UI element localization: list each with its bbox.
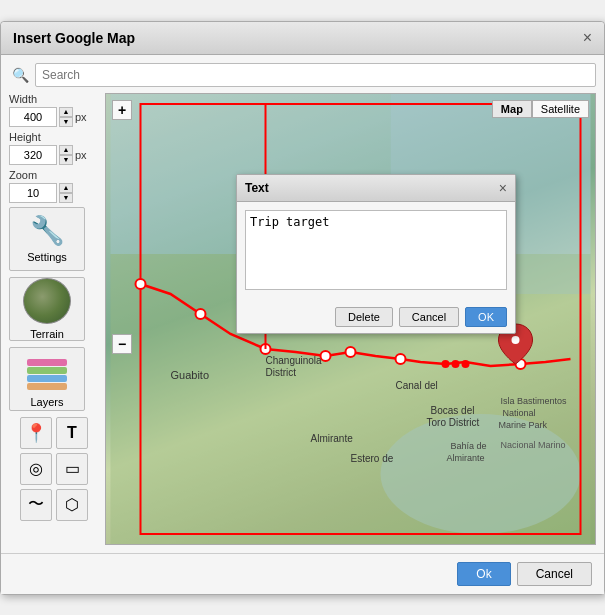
settings-icon: 🔧 <box>30 214 65 247</box>
svg-point-5 <box>136 279 146 289</box>
svg-text:District: District <box>266 367 297 378</box>
svg-text:Bahía de: Bahía de <box>451 441 487 451</box>
map-background: Guabito Changuinola District Canal del B… <box>106 94 595 544</box>
ok-button[interactable]: Ok <box>457 562 510 586</box>
text-popup-body: Trip target <box>237 202 515 301</box>
pin-tool-button[interactable]: 📍 <box>20 417 52 449</box>
text-popup-textarea[interactable]: Trip target <box>245 210 507 290</box>
text-popup-title: Text <box>245 181 269 195</box>
map-type-map-button[interactable]: Map <box>492 100 532 118</box>
width-up-button[interactable]: ▲ <box>59 107 73 117</box>
zoom-input[interactable] <box>9 183 57 203</box>
line-tool-button[interactable]: 〜 <box>20 489 52 521</box>
svg-text:Canal del: Canal del <box>396 380 438 391</box>
dialog-titlebar: Insert Google Map × <box>1 22 604 55</box>
dialog-body: 🔍 Width ▲ ▼ px <box>1 55 604 553</box>
svg-text:Marine Park: Marine Park <box>499 420 548 430</box>
zoom-group: Zoom ▲ ▼ <box>9 169 99 203</box>
text-popup-titlebar: Text × <box>237 175 515 202</box>
height-up-button[interactable]: ▲ <box>59 145 73 155</box>
settings-button[interactable]: 🔧 Settings <box>9 207 85 271</box>
svg-point-10 <box>396 354 406 364</box>
svg-text:Toro District: Toro District <box>427 417 480 428</box>
width-label: Width <box>9 93 99 105</box>
width-group: Width ▲ ▼ px <box>9 93 99 127</box>
settings-label: Settings <box>27 251 67 263</box>
layers-button[interactable]: Layers <box>9 347 85 411</box>
map-zoom-in-button[interactable]: + <box>112 100 132 120</box>
text-cancel-button[interactable]: Cancel <box>399 307 459 327</box>
width-down-button[interactable]: ▼ <box>59 117 73 127</box>
terrain-label: Terrain <box>30 328 64 340</box>
terrain-icon <box>23 278 71 324</box>
text-popup: Text × Trip target Delete Cancel OK <box>236 174 516 334</box>
height-group: Height ▲ ▼ px <box>9 131 99 165</box>
width-input-row: ▲ ▼ px <box>9 107 99 127</box>
svg-point-7 <box>261 344 271 354</box>
map-type-satellite-button[interactable]: Satellite <box>532 100 589 118</box>
svg-text:National: National <box>503 408 536 418</box>
main-content: Width ▲ ▼ px Height <box>9 93 596 545</box>
svg-point-13 <box>462 360 470 368</box>
terrain-button[interactable]: Terrain <box>9 277 85 341</box>
svg-text:Isla Bastimentos: Isla Bastimentos <box>501 396 568 406</box>
search-input[interactable] <box>35 63 596 87</box>
height-input[interactable] <box>9 145 57 165</box>
zoom-down-button[interactable]: ▼ <box>59 193 73 203</box>
svg-point-6 <box>196 309 206 319</box>
width-unit: px <box>75 111 87 123</box>
zoom-input-row: ▲ ▼ <box>9 183 99 203</box>
width-input[interactable] <box>9 107 57 127</box>
text-delete-button[interactable]: Delete <box>335 307 393 327</box>
layers-label: Layers <box>30 396 63 408</box>
map-type-controls: Map Satellite <box>492 100 589 118</box>
svg-point-8 <box>321 351 331 361</box>
dialog-close-button[interactable]: × <box>583 30 592 46</box>
icon-tools-row: 📍 T ◎ ▭ 〜 ⬡ <box>9 417 99 521</box>
text-popup-footer: Delete Cancel OK <box>237 301 515 333</box>
svg-point-16 <box>506 347 526 357</box>
height-down-button[interactable]: ▼ <box>59 155 73 165</box>
svg-point-2 <box>381 414 581 534</box>
height-input-row: ▲ ▼ px <box>9 145 99 165</box>
layers-icon <box>23 350 71 392</box>
svg-text:Nacional Marino: Nacional Marino <box>501 440 566 450</box>
height-spinner: ▲ ▼ <box>59 145 73 165</box>
svg-point-12 <box>452 360 460 368</box>
svg-point-17 <box>512 336 520 344</box>
search-icon[interactable]: 🔍 <box>9 64 31 86</box>
svg-text:Bocas del: Bocas del <box>431 405 475 416</box>
text-popup-close-button[interactable]: × <box>499 180 507 196</box>
height-unit: px <box>75 149 87 161</box>
svg-point-11 <box>442 360 450 368</box>
rect-tool-button[interactable]: ▭ <box>56 453 88 485</box>
zoom-spinner: ▲ ▼ <box>59 183 73 203</box>
text-ok-button[interactable]: OK <box>465 307 507 327</box>
circle-tool-button[interactable]: ◎ <box>20 453 52 485</box>
map-zoom-out-button[interactable]: − <box>112 334 132 354</box>
svg-point-9 <box>346 347 356 357</box>
svg-text:Almirante: Almirante <box>311 433 354 444</box>
search-row: 🔍 <box>9 63 596 87</box>
zoom-up-button[interactable]: ▲ <box>59 183 73 193</box>
dialog-footer: Ok Cancel <box>1 553 604 594</box>
polygon-tool-button[interactable]: ⬡ <box>56 489 88 521</box>
text-tool-button[interactable]: T <box>56 417 88 449</box>
map-area: Guabito Changuinola District Canal del B… <box>105 93 596 545</box>
svg-text:Guabito: Guabito <box>171 369 210 381</box>
map-container[interactable]: Guabito Changuinola District Canal del B… <box>106 94 595 544</box>
left-panel: Width ▲ ▼ px Height <box>9 93 99 545</box>
cancel-button[interactable]: Cancel <box>517 562 592 586</box>
svg-point-14 <box>516 359 526 369</box>
svg-text:Changuinola: Changuinola <box>266 355 323 366</box>
svg-text:Estero de: Estero de <box>351 453 394 464</box>
zoom-label: Zoom <box>9 169 99 181</box>
insert-google-map-dialog: Insert Google Map × 🔍 Width ▲ ▼ <box>0 21 605 595</box>
dialog-title: Insert Google Map <box>13 30 135 46</box>
width-spinner: ▲ ▼ <box>59 107 73 127</box>
svg-text:Almirante: Almirante <box>447 453 485 463</box>
height-label: Height <box>9 131 99 143</box>
